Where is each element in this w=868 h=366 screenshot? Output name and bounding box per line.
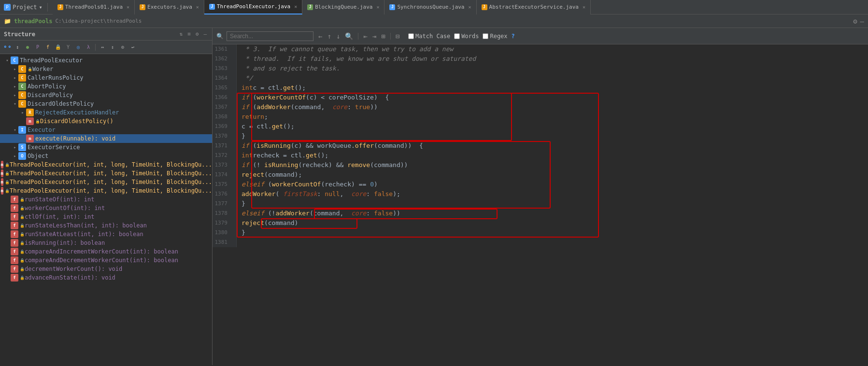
tool-members-btn[interactable]: ⚬⚬	[3, 43, 12, 52]
tree-item-17[interactable]: f🔒workerCountOf(int): int	[0, 204, 212, 212]
tool-filter-btn[interactable]: Y	[64, 43, 72, 52]
node-icon-12: m	[1, 161, 3, 169]
tab-close-synchronousqueue[interactable]: ✕	[469, 4, 471, 10]
close-sidebar-btn[interactable]: —	[202, 30, 208, 38]
code-lines[interactable]: * 3. If we cannot queue task, then we tr…	[237, 44, 868, 247]
tree-item-14[interactable]: m🔒ThreadPoolExecutor(int, int, long, Tim…	[0, 178, 212, 186]
nav-prev-btn[interactable]: ⇤	[361, 32, 369, 41]
tab-close-threadpoolexecutor[interactable]: ✕	[294, 4, 297, 9]
lock-icon-14: 🔒	[5, 180, 10, 184]
tab-close-executors[interactable]: ✕	[196, 4, 199, 10]
tree-item-0[interactable]: ▾CThreadPoolExecutor	[0, 56, 212, 65]
tool-purple-btn[interactable]: P	[33, 43, 42, 52]
tree-item-25[interactable]: f🔒advanceRunState(int): void	[0, 273, 212, 282]
sort-alpha-btn[interactable]: ⇅	[178, 30, 185, 38]
tree-item-22[interactable]: f🔒compareAndIncrementWorkerCount(int): b…	[0, 247, 212, 256]
filter-btn[interactable]: ⊟	[394, 32, 401, 41]
tree-item-3[interactable]: ▸CAbortPolicy	[0, 82, 212, 91]
match-case-checkbox[interactable]	[408, 33, 414, 39]
settings-icon[interactable]: ⚙	[853, 17, 857, 25]
search-input[interactable]	[227, 31, 313, 41]
words-opt[interactable]: Words	[454, 33, 479, 40]
tab-close-threadpools01[interactable]: ✕	[127, 4, 129, 10]
nav-multiline-btn[interactable]: ⊞	[379, 32, 387, 41]
settings-btn[interactable]: ⚙	[194, 30, 200, 38]
tree-item-15[interactable]: m🔒ThreadPoolExecutor(int, int, long, Tim…	[0, 186, 212, 195]
tool-collapse-btn[interactable]: ⇕	[108, 43, 117, 52]
sort-type-btn[interactable]: ≡	[186, 30, 192, 38]
words-checkbox[interactable]	[454, 33, 460, 39]
project-title[interactable]: Project	[13, 4, 37, 11]
code-line-1373: if (! isRunning(recheck) && remove(comma…	[242, 160, 863, 170]
tab-abstractexecutorservice[interactable]: JAbstractExecutorService.java✕	[477, 0, 591, 14]
tree-item-12[interactable]: m🔒ThreadPoolExecutor(int, int, long, Tim…	[0, 160, 212, 169]
tree-arrow-3: ▸	[12, 84, 18, 89]
tool-sort-btn[interactable]: ↕	[13, 43, 22, 52]
tree-item-18[interactable]: f🔒ctlOf(int, int): int	[0, 212, 212, 221]
tool-circle-btn[interactable]: ◎	[74, 43, 83, 52]
code-line-1378: else if (!addWorker(command, core: false…	[242, 209, 863, 218]
tab-threadpools01[interactable]: JThreadPools01.java✕	[53, 0, 135, 14]
tab-close-abstractexecutorservice[interactable]: ✕	[583, 4, 585, 10]
tree-item-4[interactable]: ▸CDiscardPolicy	[0, 91, 212, 99]
tab-close-blockingqueue[interactable]: ✕	[376, 4, 379, 10]
tab-executors[interactable]: JExecutors.java✕	[135, 0, 204, 14]
tree-item-21[interactable]: f🔒isRunning(int): boolean	[0, 239, 212, 247]
tool-lock-btn[interactable]: 🔒	[54, 43, 62, 52]
tab-synchronousqueue[interactable]: JSynchronousQueue.java✕	[384, 0, 476, 14]
sidebar-toolbar: ⚬⚬ ↕ ● P f 🔒 Y ◎ λ ⇔ ⇕ ⊙ ↩	[0, 41, 212, 54]
tool-nav-btn[interactable]: ↩	[128, 43, 137, 52]
path-label[interactable]: threadPools	[14, 18, 52, 25]
tab-label-synchronousqueue: SynchronousQueue.java	[397, 4, 464, 10]
tree-item-16[interactable]: f🔒runStateOf(int): int	[0, 195, 212, 204]
node-icon-19: f	[11, 222, 18, 229]
tab-blockingqueue[interactable]: JBlockingQueue.java✕	[302, 0, 384, 14]
line-num-1374: 1374	[213, 170, 231, 180]
lock-icon-1: 🔒	[28, 67, 32, 71]
regex-checkbox[interactable]	[483, 33, 488, 39]
line-numbers: 1361136213631364136513661367136813691370…	[213, 44, 237, 247]
tree-item-1[interactable]: ▸C🔒Worker	[0, 65, 212, 73]
lock-icon-17: 🔒	[20, 206, 25, 211]
node-icon-1: C	[18, 65, 26, 73]
tree-item-10[interactable]: ▸SExecutorService	[0, 143, 212, 152]
lock-icon-19: 🔒	[20, 224, 25, 228]
search-bar: 🔍 ← ↑ ↓ 🔍 ⇤ ⇥ ⊞ ⊟ Match Case	[213, 28, 868, 44]
nav-next-btn[interactable]: ⇥	[370, 32, 378, 41]
tree-item-5[interactable]: ▾CDiscardOldestPolicy	[0, 99, 212, 108]
code-editor[interactable]: 1361136213631364136513661367136813691370…	[213, 44, 868, 365]
tree-item-23[interactable]: f🔒compareAndDecrementWorkerCount(int): b…	[0, 256, 212, 265]
tree-item-6[interactable]: ▸RRejectedExecutionHandler	[0, 108, 212, 117]
tool-lambda-btn[interactable]: λ	[84, 43, 93, 52]
minimize-icon[interactable]: —	[860, 17, 864, 25]
tree-item-24[interactable]: f🔒decrementWorkerCount(): void	[0, 265, 212, 273]
tree-item-9[interactable]: mexecute(Runnable): void	[0, 134, 212, 143]
project-dropdown[interactable]: ▾	[39, 4, 43, 11]
tree-item-20[interactable]: f🔒runStateAtLeast(int, int): boolean	[0, 230, 212, 239]
tree-item-2[interactable]: ▸CCallerRunsPolicy	[0, 73, 212, 82]
tool-yellow-btn[interactable]: f	[43, 43, 52, 52]
tool-green-btn[interactable]: ●	[23, 43, 32, 52]
tree-label-17: workerCountOf(int): int	[25, 205, 105, 211]
nav-up-btn[interactable]: ↑	[325, 32, 333, 41]
tree-item-19[interactable]: f🔒runStateLessThan(int, int): boolean	[0, 221, 212, 230]
tree-item-8[interactable]: ▾IExecutor	[0, 126, 212, 134]
line-num-1368: 1368	[213, 112, 231, 122]
tree-item-13[interactable]: m🔒ThreadPoolExecutor(int, int, long, Tim…	[0, 169, 212, 178]
match-case-opt[interactable]: Match Case	[408, 33, 450, 40]
tool-scroll-btn[interactable]: ⊙	[118, 43, 127, 52]
code-line-1361: * 3. If we cannot queue task, then we tr…	[242, 44, 863, 54]
tab-threadpoolexecutor[interactable]: JThreadPoolExecutor.java✕	[204, 0, 302, 14]
help-btn[interactable]: ?	[512, 33, 515, 40]
nav-find-btn[interactable]: 🔍	[343, 32, 355, 41]
node-icon-16: f	[11, 196, 18, 203]
nav-left-btn[interactable]: ←	[316, 32, 324, 41]
node-icon-10: S	[18, 143, 26, 151]
tool-expand-btn[interactable]: ⇔	[98, 43, 107, 52]
regex-opt[interactable]: Regex	[483, 33, 507, 40]
match-case-label: Match Case	[415, 33, 450, 40]
tree-item-7[interactable]: m🔒DiscardOldestPolicy()	[0, 117, 212, 126]
tree-item-11[interactable]: ▸OObject	[0, 152, 212, 160]
tree-arrow-1: ▸	[12, 67, 18, 71]
nav-down-btn[interactable]: ↓	[334, 32, 342, 41]
